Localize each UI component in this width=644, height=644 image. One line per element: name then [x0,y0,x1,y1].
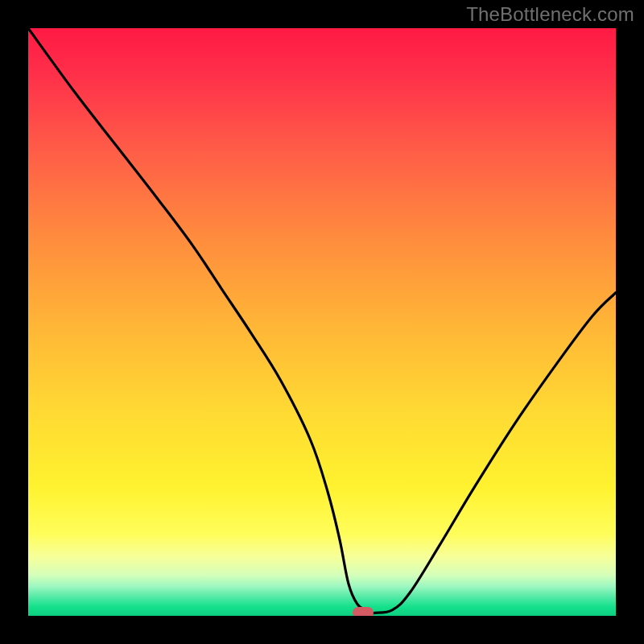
chart-stage: TheBottleneck.com [0,0,644,644]
plot-area [28,28,616,616]
watermark-text: TheBottleneck.com [466,3,634,26]
bottleneck-curve [28,28,616,616]
optimal-marker [353,607,374,616]
